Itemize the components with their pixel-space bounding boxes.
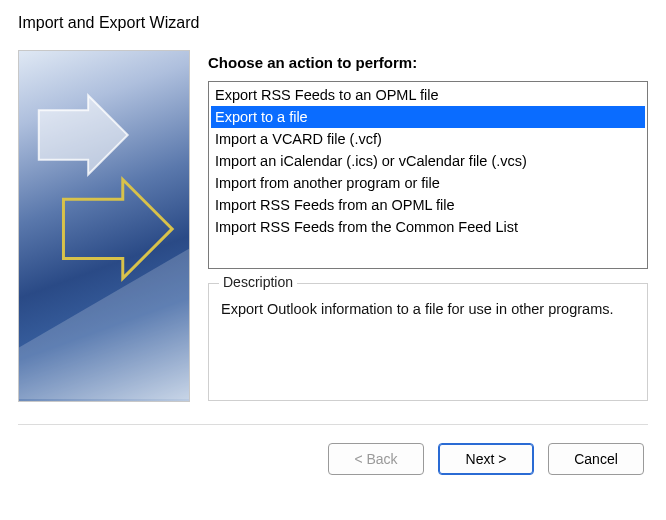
action-list-item[interactable]: Export RSS Feeds to an OPML file xyxy=(211,84,645,106)
action-prompt-label: Choose an action to perform: xyxy=(208,54,648,71)
button-row: < Back Next > Cancel xyxy=(18,443,648,475)
wizard-sidebar-image xyxy=(18,50,190,402)
next-button[interactable]: Next > xyxy=(438,443,534,475)
window-title: Import and Export Wizard xyxy=(18,14,648,32)
svg-marker-1 xyxy=(63,179,172,278)
cancel-button[interactable]: Cancel xyxy=(548,443,644,475)
action-list-item[interactable]: Import RSS Feeds from an OPML file xyxy=(211,194,645,216)
description-legend: Description xyxy=(219,274,297,290)
svg-marker-2 xyxy=(19,249,189,399)
action-list-item[interactable]: Import a VCARD file (.vcf) xyxy=(211,128,645,150)
back-button[interactable]: < Back xyxy=(328,443,424,475)
action-list-item[interactable]: Import from another program or file xyxy=(211,172,645,194)
svg-marker-0 xyxy=(39,95,128,174)
arrows-graphic-icon xyxy=(19,51,189,399)
action-list-item[interactable]: Import RSS Feeds from the Common Feed Li… xyxy=(211,216,645,238)
wizard-window: Import and Export Wizard Choose an actio… xyxy=(0,0,666,493)
action-list-item[interactable]: Import an iCalendar (.ics) or vCalendar … xyxy=(211,150,645,172)
description-text: Export Outlook information to a file for… xyxy=(221,298,635,320)
description-group: Description Export Outlook information t… xyxy=(208,283,648,401)
content-area: Choose an action to perform: Export RSS … xyxy=(18,50,648,402)
action-list-item[interactable]: Export to a file xyxy=(211,106,645,128)
divider xyxy=(18,424,648,425)
action-listbox[interactable]: Export RSS Feeds to an OPML fileExport t… xyxy=(208,81,648,269)
right-pane: Choose an action to perform: Export RSS … xyxy=(208,50,648,402)
